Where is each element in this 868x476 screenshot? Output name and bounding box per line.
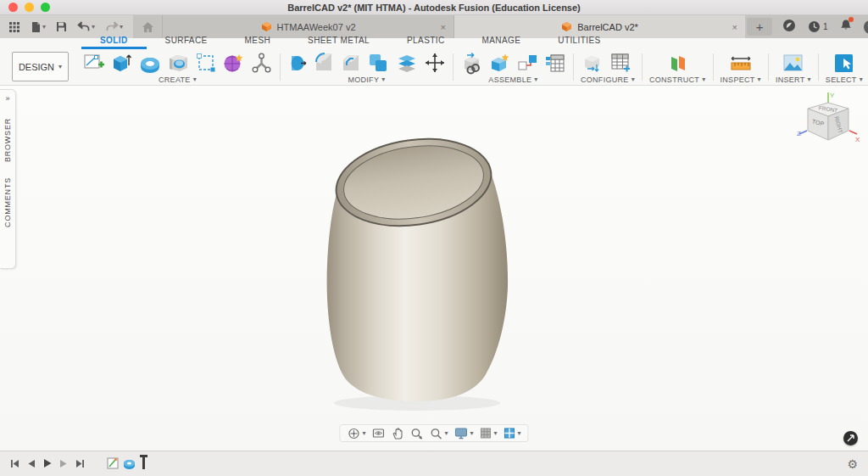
group-insert: INSERT ▾ [771,49,816,85]
group-label-select[interactable]: SELECT ▾ [826,76,863,84]
group-label-assemble[interactable]: ASSEMBLE ▾ [488,76,537,84]
chamfer-icon[interactable] [340,52,362,74]
configuration-icon[interactable] [582,52,604,75]
canvas-viewport[interactable]: » BROWSER COMMENTS Y X Z FRONT TOP RIGHT [0,86,868,451]
ribbon-tab-mesh[interactable]: MESH [226,36,290,49]
toolbar-divider [453,53,453,81]
zoom-button[interactable] [409,427,423,440]
sketch-feature-icon[interactable] [107,456,120,473]
group-label-create[interactable]: CREATE ▾ [159,76,197,84]
step-forward-button[interactable] [59,456,68,472]
ribbon-tab-utilities[interactable]: UTILITIES [539,36,619,49]
fusion-file-icon [261,21,272,32]
timeline-settings-gear-icon[interactable]: ⚙ [847,457,868,471]
configuration-table-icon[interactable] [609,52,632,75]
skip-to-end-button[interactable] [75,456,85,472]
design-workspace-selector[interactable]: DESIGN ▾ [12,52,69,81]
group-assemble: ASSEMBLE ▾ [455,49,571,85]
select-icon[interactable] [832,52,855,75]
display-settings-button[interactable]: ▾ [453,427,473,440]
timeline-track [107,454,148,473]
sketch-dimension-icon[interactable] [195,52,217,74]
ribbon-tab-plastic[interactable]: PLASTIC [388,36,463,49]
quick-access-toolbar: ▾ ▾ ▾ [0,15,133,38]
undo-button[interactable]: ▾ [74,19,98,35]
bom-table-icon[interactable] [544,52,566,75]
hole-icon[interactable] [167,52,190,75]
navigation-bar: ▾ ▾ ▾ ▾ ▾ [339,424,528,442]
insert-image-icon[interactable] [782,53,804,73]
pipe-icon[interactable] [250,52,273,75]
viewcube[interactable]: Y X Z FRONT TOP RIGHT [795,91,861,150]
viewports-caret-icon: ▾ [518,430,521,437]
comments-panel-tab[interactable]: COMMENTS [3,177,12,227]
revolve-feature-icon[interactable] [122,456,136,473]
measure-icon[interactable] [728,53,754,73]
job-status[interactable]: 1 [808,20,828,33]
move-icon[interactable] [424,52,446,74]
extrude-icon[interactable] [110,52,133,75]
window-title: BarrelCAD v2* (MIT HTMA) - Autodesk Fusi… [0,0,868,15]
group-label-inspect[interactable]: INSPECT ▾ [720,76,760,84]
step-back-button[interactable] [27,456,36,472]
group-caret-icon: ▾ [758,76,761,83]
grid-and-snaps-button[interactable]: ▾ [480,427,498,440]
group-label-configure[interactable]: CONFIGURE ▾ [581,76,635,84]
group-label-insert[interactable]: INSERT ▾ [776,76,811,84]
barrel-model-body[interactable] [320,130,515,417]
design-label: DESIGN [19,62,54,72]
save-button[interactable] [53,19,70,35]
close-tab-icon[interactable]: × [732,22,737,32]
expand-panel-icon[interactable]: » [5,94,9,103]
timeline-position-marker[interactable] [139,454,148,473]
look-at-button[interactable] [371,427,385,440]
doc-tab-htmaaweek07[interactable]: HTMAAWeek07 v2 × [162,15,453,38]
group-label-construct[interactable]: CONSTRUCT ▾ [649,76,706,84]
notifications-button[interactable] [840,19,852,35]
group-label-text: INSPECT [720,76,754,84]
extensions-icon[interactable] [782,19,796,36]
pan-button[interactable] [391,427,403,440]
ribbon-tab-sheet-metal[interactable]: SHEET METAL [289,36,388,49]
doc-tab-barrelcad[interactable]: BarrelCAD v2* × [453,15,745,38]
group-modify: MODIFY ▾ [282,49,451,85]
application-bar: ▾ ▾ ▾ HTMAAWeek07 v2 × Barr [0,15,868,38]
ribbon-tab-manage[interactable]: MANAGE [464,36,540,49]
create-sketch-icon[interactable] [82,52,105,75]
insert-derive-icon[interactable] [460,52,483,75]
file-menu-button[interactable]: ▾ [27,19,49,36]
help-button[interactable]: ? [864,20,868,34]
construction-plane-icon[interactable] [666,52,689,75]
group-label-text: CONFIGURE [581,76,629,84]
group-label-modify[interactable]: MODIFY ▾ [348,76,385,84]
browser-panel-tab[interactable]: BROWSER [3,118,12,162]
assistant-badge[interactable] [843,431,858,445]
new-component-icon[interactable] [488,52,511,75]
redo-button[interactable]: ▾ [102,19,126,35]
group-label-text: INSERT [776,76,805,84]
fit-button[interactable]: ▾ [429,427,448,440]
form-icon[interactable] [222,52,245,75]
combine-icon[interactable] [367,52,390,74]
redo-caret-icon: ▾ [120,24,123,31]
viewports-button[interactable]: ▾ [504,427,521,440]
display-settings-caret-icon: ▾ [470,430,473,437]
ribbon-tab-solid[interactable]: SOLID [81,36,147,49]
skip-to-start-button[interactable] [10,456,19,472]
close-tab-icon[interactable]: × [441,22,446,32]
group-caret-icon: ▾ [702,76,705,83]
joint-icon[interactable] [516,52,539,74]
svg-text:Z: Z [797,130,801,137]
fillet-icon[interactable] [313,52,335,74]
orbit-button[interactable]: ▾ [347,427,365,440]
ribbon-tab-surface[interactable]: SURFACE [147,36,226,49]
app-grid-icon[interactable] [5,19,24,36]
home-view-button[interactable] [133,15,162,38]
revolve-icon[interactable] [138,52,162,74]
group-inspect: INSPECT ▾ [715,49,765,85]
press-pull-icon[interactable] [287,52,308,75]
new-tab-button[interactable]: + [747,18,772,36]
shell-icon[interactable] [395,52,419,74]
play-button[interactable] [43,456,52,472]
group-caret-icon: ▾ [534,76,537,83]
